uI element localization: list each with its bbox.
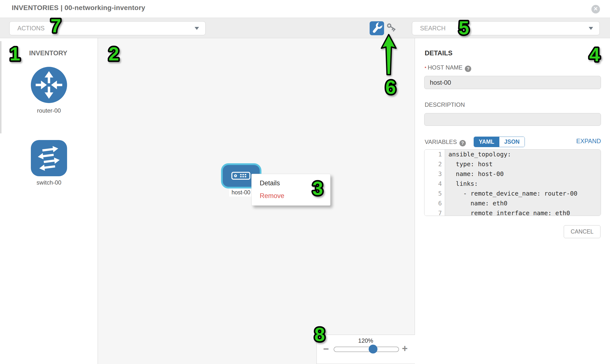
code-line: 5 - remote_device_name: router-00: [425, 189, 601, 198]
toggle-toolbox-button[interactable]: [370, 21, 384, 35]
zoom-slider-thumb[interactable]: [369, 345, 377, 353]
expand-link[interactable]: EXPAND: [571, 138, 601, 145]
code-line: 3 name: host-00: [425, 169, 601, 179]
code-line: 7 remote_interface_name: eth0: [425, 208, 601, 216]
code-line: 2 type: host: [425, 159, 601, 169]
zoom-in-button[interactable]: +: [402, 345, 408, 352]
help-icon[interactable]: ?: [465, 65, 471, 72]
device-label: switch-00: [22, 179, 76, 186]
sidebar-title: INVENTORY: [29, 50, 67, 57]
tab-yaml[interactable]: YAML: [474, 137, 499, 147]
code-line: 4 links:: [425, 179, 601, 189]
zoom-out-button[interactable]: −: [323, 345, 329, 352]
svg-text:4: 4: [589, 44, 600, 65]
search-dropdown[interactable]: SEARCH: [412, 21, 600, 35]
sidebar-scrollbar[interactable]: [0, 41, 1, 133]
key-icon[interactable]: [386, 23, 398, 34]
annotation-4: 4: [579, 39, 610, 71]
context-menu-item-details[interactable]: Details: [260, 180, 280, 187]
variables-label: VARIABLES: [425, 139, 457, 145]
tab-json[interactable]: JSON: [499, 137, 525, 147]
inventory-topology-page: INVENTORIES | 00-networking-inventory × …: [0, 0, 610, 364]
cancel-button[interactable]: CANCEL: [564, 225, 600, 238]
variables-row: VARIABLES?: [425, 139, 466, 146]
details-panel-title: DETAILS: [425, 50, 453, 57]
chevron-down-icon: [589, 27, 593, 30]
host-name-input[interactable]: [424, 76, 601, 89]
zoom-slider[interactable]: [334, 347, 399, 352]
router-icon: [31, 100, 67, 104]
context-menu-item-remove[interactable]: Remove: [260, 192, 285, 200]
description-input[interactable]: [424, 113, 601, 126]
required-asterisk: *: [425, 66, 426, 70]
close-icon[interactable]: ×: [591, 5, 600, 13]
switch-icon: [31, 173, 67, 177]
page-title: INVENTORIES | 00-networking-inventory: [12, 4, 145, 12]
search-dropdown-placeholder: SEARCH: [412, 22, 599, 35]
variables-format-toggle: YAML JSON: [474, 137, 525, 147]
actions-dropdown[interactable]: ACTIONS: [9, 21, 206, 35]
chevron-down-icon: [195, 27, 199, 30]
help-icon[interactable]: ?: [459, 140, 466, 146]
code-line: 1ansible_topology:: [425, 150, 601, 159]
zoom-level-value: 120%: [316, 337, 415, 344]
server-icon: [231, 171, 251, 180]
wrench-icon: [370, 32, 384, 36]
host-node-label: host-00: [229, 188, 253, 196]
variables-code-editor[interactable]: 1ansible_topology: 2 type: host 3 name: …: [424, 149, 601, 216]
code-line: 6 name: eth0: [425, 198, 601, 208]
sidebar-item-switch[interactable]: [31, 140, 67, 176]
actions-dropdown-placeholder: ACTIONS: [10, 22, 205, 35]
context-menu: Details Remove: [251, 174, 330, 206]
device-label: router-00: [22, 107, 76, 114]
sidebar-item-router[interactable]: [31, 67, 67, 103]
host-name-label: HOST NAME: [428, 64, 462, 71]
description-label: DESCRIPTION: [425, 101, 465, 108]
host-name-row: *HOST NAME?: [425, 64, 471, 72]
